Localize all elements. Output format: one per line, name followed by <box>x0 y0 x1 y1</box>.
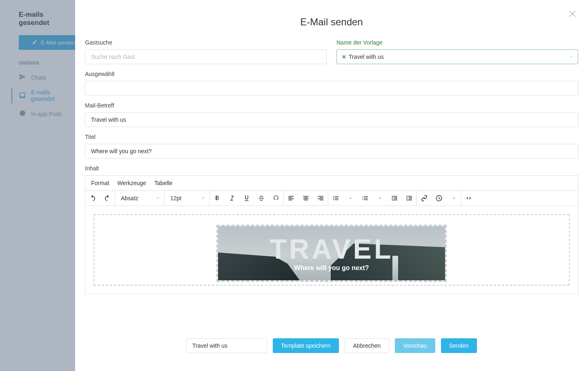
time-button[interactable] <box>432 191 446 206</box>
sidebar-item-emails[interactable]: E-mails gesendet <box>0 85 75 106</box>
send-button[interactable]: Senden <box>441 338 477 353</box>
close-button[interactable] <box>567 8 578 20</box>
hero-headline: TRAVEL <box>270 235 394 263</box>
italic-button[interactable] <box>225 191 239 206</box>
cancel-button[interactable]: Abbrechen <box>345 338 390 353</box>
time-menu[interactable] <box>446 191 461 206</box>
underline-button[interactable] <box>239 191 254 206</box>
sidebar-item-label: E-mails gesendet <box>31 89 75 102</box>
modal-footer: Template speichern Abbrechen Vorschau Se… <box>75 320 588 371</box>
svg-point-3 <box>333 199 334 200</box>
svg-point-0 <box>20 110 25 116</box>
svg-point-1 <box>333 196 334 197</box>
sidebar-item-label: In-app Push <box>31 111 62 117</box>
redo-button[interactable] <box>100 191 115 206</box>
align-center-button[interactable] <box>298 191 313 206</box>
editor-toolbar: Absatz 12pt <box>85 190 578 206</box>
send-email-modal: E-Mail senden Gastsuche Name der Vorlage… <box>75 0 588 371</box>
chevron-down-icon <box>201 195 205 201</box>
outdent-button[interactable] <box>387 191 402 206</box>
numbered-list-menu[interactable] <box>372 191 387 206</box>
block-format-select[interactable]: Absatz <box>115 191 164 206</box>
svg-point-2 <box>333 198 334 199</box>
hero-image[interactable]: TRAVEL Where will you go next? <box>216 225 447 282</box>
special-char-button[interactable] <box>269 191 283 206</box>
page-title: E-mails gesendet <box>0 8 75 35</box>
editor-content[interactable]: TRAVEL Where will you go next? <box>85 206 578 294</box>
chevron-down-icon <box>156 195 160 201</box>
selected-label: Ausgewählt <box>85 71 578 77</box>
chevron-down-icon <box>569 54 574 60</box>
send-icon <box>19 73 26 82</box>
bullet-list-button[interactable] <box>328 191 343 206</box>
title-label: Titel <box>85 134 578 140</box>
font-size-select[interactable]: 12pt <box>165 191 209 206</box>
bullet-list-menu[interactable] <box>343 191 358 206</box>
sidebar-item-label: Chats <box>31 74 46 81</box>
folders-label: ORDNER <box>0 50 75 69</box>
sidebar: E-mails gesendet E-Mail senden ORDNER Ch… <box>0 0 75 371</box>
numbered-list-button[interactable] <box>358 191 372 206</box>
modal-title: E-Mail senden <box>75 0 588 39</box>
sidebar-item-chats[interactable]: Chats <box>0 69 75 85</box>
selected-input[interactable] <box>85 81 578 96</box>
menu-table[interactable]: Tabelle <box>154 180 172 186</box>
bold-button[interactable] <box>210 191 225 206</box>
subject-label: Mail-Betreff <box>85 102 578 109</box>
template-name-select[interactable]: ✕ Travel with us <box>336 49 578 64</box>
template-name-value: Travel with us <box>349 54 384 60</box>
subject-input[interactable] <box>85 112 578 127</box>
compose-label: E-Mail senden <box>41 40 75 46</box>
pencil-icon <box>32 39 38 46</box>
template-name-label: Name der Vorlage <box>336 39 578 46</box>
preview-button[interactable]: Vorschau <box>395 338 435 353</box>
menu-tools[interactable]: Werkzeuge <box>117 180 146 186</box>
align-right-button[interactable] <box>313 191 328 206</box>
clear-icon[interactable]: ✕ <box>342 54 346 60</box>
editor-menubar: Format Werkzeuge Tabelle <box>85 175 578 190</box>
font-size-value: 12pt <box>170 195 181 201</box>
menu-format[interactable]: Format <box>91 180 109 186</box>
hero-subtitle: Where will you go next? <box>294 264 369 272</box>
block-format-value: Absatz <box>121 195 138 201</box>
strikethrough-button[interactable] <box>254 191 269 206</box>
sidebar-item-push[interactable]: In-app Push <box>0 106 75 122</box>
bell-icon <box>19 110 26 118</box>
title-input[interactable] <box>85 144 578 159</box>
undo-button[interactable] <box>85 191 100 206</box>
code-button[interactable] <box>461 191 476 206</box>
guest-search-label: Gastsuche <box>85 39 327 46</box>
inbox-icon <box>19 92 26 100</box>
content-label: Inhalt <box>85 165 578 172</box>
link-button[interactable] <box>417 191 432 206</box>
guest-search-input[interactable] <box>85 49 327 64</box>
align-left-button[interactable] <box>284 191 298 206</box>
save-template-button[interactable]: Template speichern <box>273 338 339 353</box>
indent-button[interactable] <box>402 191 416 206</box>
email-template-frame: TRAVEL Where will you go next? <box>94 214 570 286</box>
template-name-input[interactable] <box>186 338 267 353</box>
